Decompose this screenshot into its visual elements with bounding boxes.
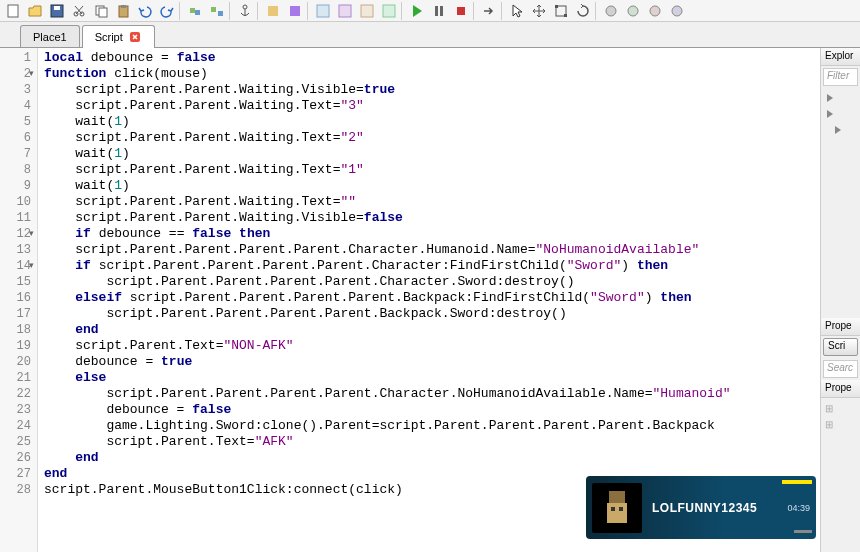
- anchor-button[interactable]: [234, 1, 256, 21]
- arrow-button[interactable]: [478, 1, 500, 21]
- t2-button[interactable]: [622, 1, 644, 21]
- grid4-button[interactable]: [378, 1, 400, 21]
- svg-rect-9: [190, 8, 195, 13]
- code-line[interactable]: script.Parent.Parent.Parent.Parent.Chara…: [44, 274, 820, 290]
- fold-icon[interactable]: ▾: [29, 228, 38, 237]
- line-number: 28: [0, 482, 37, 498]
- svg-rect-21: [440, 6, 443, 16]
- line-number: 25: [0, 434, 37, 450]
- line-number: 1: [0, 50, 37, 66]
- line-number: 7: [0, 146, 37, 162]
- code-line[interactable]: if script.Parent.Parent.Parent.Parent.Ch…: [44, 258, 820, 274]
- code-line[interactable]: script.Parent.Parent.Parent.Parent.Backp…: [44, 306, 820, 322]
- code-line[interactable]: elseif script.Parent.Parent.Parent.Paren…: [44, 290, 820, 306]
- code-line[interactable]: script.Parent.Parent.Waiting.Text="2": [44, 130, 820, 146]
- t3-button[interactable]: [644, 1, 666, 21]
- new-button[interactable]: [2, 1, 24, 21]
- properties-header: Prope: [821, 318, 860, 336]
- svg-rect-16: [317, 5, 329, 17]
- pause-button[interactable]: [428, 1, 450, 21]
- t4-button[interactable]: [666, 1, 688, 21]
- grid3-button[interactable]: [356, 1, 378, 21]
- svg-rect-24: [555, 5, 558, 8]
- notif-minimize[interactable]: [794, 530, 812, 533]
- line-number: 5: [0, 114, 37, 130]
- toolbar-separator: [179, 2, 183, 20]
- code-line[interactable]: game.Lighting.Sword:clone().Parent=scrip…: [44, 418, 820, 434]
- code-line[interactable]: wait(1): [44, 178, 820, 194]
- ungroup-button[interactable]: [206, 1, 228, 21]
- line-number: 9: [0, 178, 37, 194]
- group-button[interactable]: [184, 1, 206, 21]
- code-line[interactable]: script.Parent.Parent.Waiting.Text="3": [44, 98, 820, 114]
- stop-button[interactable]: [450, 1, 472, 21]
- toolbar-separator: [229, 2, 233, 20]
- code-line[interactable]: script.Parent.Parent.Waiting.Text="": [44, 194, 820, 210]
- fold-icon[interactable]: ▾: [29, 260, 38, 269]
- undo-button[interactable]: [134, 1, 156, 21]
- code-line[interactable]: function click(mouse): [44, 66, 820, 82]
- toolbar-separator: [473, 2, 477, 20]
- paste-button[interactable]: [112, 1, 134, 21]
- cursor-button[interactable]: [506, 1, 528, 21]
- svg-rect-12: [218, 11, 223, 16]
- line-number: 27: [0, 466, 37, 482]
- svg-rect-14: [268, 6, 278, 16]
- notification-toast[interactable]: LOLFUNNY12345 04:39: [586, 476, 816, 539]
- script-button[interactable]: Scri: [823, 338, 858, 356]
- code-line[interactable]: debounce = false: [44, 402, 820, 418]
- line-number: 13: [0, 242, 37, 258]
- code-line[interactable]: local debounce = false: [44, 50, 820, 66]
- close-icon[interactable]: [128, 30, 142, 44]
- play-button[interactable]: [406, 1, 428, 21]
- svg-rect-19: [383, 5, 395, 17]
- code-line[interactable]: else: [44, 370, 820, 386]
- tree-item[interactable]: [823, 122, 858, 138]
- code-line[interactable]: script.Parent.Parent.Waiting.Visible=tru…: [44, 82, 820, 98]
- tree-item[interactable]: [823, 90, 858, 106]
- code-line[interactable]: if debounce == false then: [44, 226, 820, 242]
- line-number: 18: [0, 322, 37, 338]
- line-number: 17: [0, 306, 37, 322]
- code-line[interactable]: script.Parent.Text="NON-AFK": [44, 338, 820, 354]
- svg-rect-20: [435, 6, 438, 16]
- code-line[interactable]: script.Parent.Parent.Parent.Parent.Chara…: [44, 386, 820, 402]
- prop-item[interactable]: ⊞: [823, 400, 858, 416]
- move-button[interactable]: [528, 1, 550, 21]
- toolbar-separator: [501, 2, 505, 20]
- tab-label: Place1: [33, 31, 67, 43]
- code-line[interactable]: end: [44, 450, 820, 466]
- grid1-button[interactable]: [312, 1, 334, 21]
- code-line[interactable]: script.Parent.Parent.Parent.Parent.Chara…: [44, 242, 820, 258]
- svg-rect-31: [609, 491, 625, 503]
- prop-item[interactable]: ⊞: [823, 416, 858, 432]
- code-line[interactable]: wait(1): [44, 146, 820, 162]
- code-line[interactable]: script.Parent.Text="AFK": [44, 434, 820, 450]
- toolbar-separator: [401, 2, 405, 20]
- rotate-button[interactable]: [572, 1, 594, 21]
- cut-button[interactable]: [68, 1, 90, 21]
- search-input[interactable]: Searc: [823, 360, 858, 378]
- code-line[interactable]: debounce = true: [44, 354, 820, 370]
- grid2-button[interactable]: [334, 1, 356, 21]
- color1-button[interactable]: [262, 1, 284, 21]
- redo-button[interactable]: [156, 1, 178, 21]
- save-button[interactable]: [46, 1, 68, 21]
- tree-item[interactable]: [823, 106, 858, 122]
- t1-button[interactable]: [600, 1, 622, 21]
- code-line[interactable]: wait(1): [44, 114, 820, 130]
- code-line[interactable]: script.Parent.Parent.Waiting.Visible=fal…: [44, 210, 820, 226]
- line-number: 16: [0, 290, 37, 306]
- code-line[interactable]: script.Parent.Parent.Waiting.Text="1": [44, 162, 820, 178]
- code-line[interactable]: end: [44, 322, 820, 338]
- line-gutter: 12▾3456789101112▾1314▾151617181920212223…: [0, 48, 38, 552]
- notif-time: 04:39: [787, 503, 810, 513]
- color2-button[interactable]: [284, 1, 306, 21]
- scale-button[interactable]: [550, 1, 572, 21]
- open-button[interactable]: [24, 1, 46, 21]
- tab-place1[interactable]: Place1: [20, 25, 80, 47]
- explorer-filter[interactable]: Filter: [823, 68, 858, 86]
- tab-script[interactable]: Script: [82, 25, 155, 48]
- copy-button[interactable]: [90, 1, 112, 21]
- fold-icon[interactable]: ▾: [29, 68, 38, 77]
